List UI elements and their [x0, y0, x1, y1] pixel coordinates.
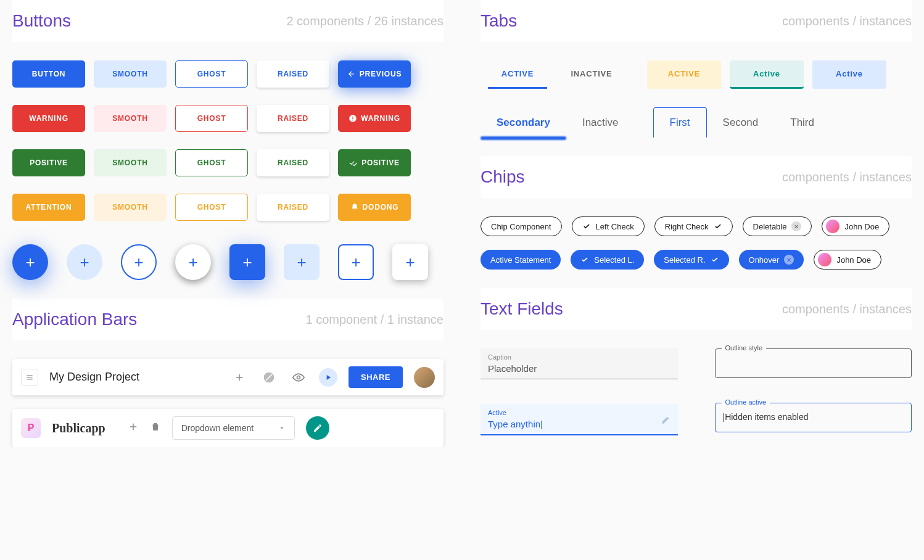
button-blue-smooth[interactable]: SMOOTH [94, 60, 167, 88]
tab-secondary[interactable]: Secondary [481, 108, 566, 138]
button-green-solid[interactable]: POSITIVE [12, 149, 85, 176]
chip-selected-l[interactable]: Selected L. [571, 250, 644, 270]
button-red-warning[interactable]: WARNING [338, 105, 411, 132]
add-icon[interactable] [230, 368, 249, 387]
trash-icon[interactable] [150, 421, 161, 435]
button-red-solid[interactable]: WARNING [12, 105, 85, 132]
tab-second[interactable]: Second [707, 108, 775, 138]
disabled-icon[interactable] [260, 368, 278, 387]
button-green-positive[interactable]: POSITIVE [338, 149, 411, 176]
fab-square-ghost[interactable]: + [338, 244, 374, 280]
fab-square-solid[interactable]: + [229, 244, 265, 280]
tab-teal[interactable]: Active [730, 60, 804, 89]
share-button[interactable]: SHARE [349, 366, 403, 388]
tab-third[interactable]: Third [774, 108, 830, 138]
app-logo: P [21, 418, 41, 438]
chips-meta: components / instances [782, 170, 912, 184]
button-blue-ghost[interactable]: GHOST [175, 60, 248, 88]
textfield-caption: Active [488, 409, 670, 416]
button-amber-smooth[interactable]: SMOOTH [94, 194, 167, 221]
tabs-header: Tabs components / instances [481, 0, 912, 42]
textfield-value: |Hidden items enabled [723, 412, 904, 422]
app-brand: Publicapp [52, 421, 105, 435]
chip-right-check[interactable]: Right Check [654, 216, 733, 236]
tabs-meta: components / instances [782, 14, 912, 28]
fab-circle-ghost[interactable]: + [121, 244, 157, 280]
chip-person-outline[interactable]: John Doe [822, 216, 889, 236]
textfield-legend: Outline style [722, 344, 767, 352]
check-icon [714, 222, 722, 231]
button-amber-ghost[interactable]: GHOST [175, 194, 248, 221]
tab-inactive-2[interactable]: Inactive [566, 108, 635, 138]
edit-icon [661, 414, 672, 425]
appbar-title: My Design Project [49, 371, 139, 384]
fab-circle-solid[interactable]: + [12, 244, 48, 280]
chips-header: Chips components / instances [481, 156, 912, 198]
chip-person-solid[interactable]: John Doe [814, 250, 881, 270]
check-icon [711, 255, 719, 264]
menu-icon[interactable] [21, 369, 38, 386]
textfield-outline-active[interactable]: Outline active |Hidden items enabled [715, 403, 912, 432]
arrow-left-icon [347, 70, 356, 78]
textfield-legend: Outline active [722, 398, 770, 406]
textfields-header: Text Fields components / instances [481, 288, 912, 330]
appbar-1: My Design Project SHARE [12, 359, 443, 395]
appbar-2: P Publicapp Dropdown element [12, 409, 443, 447]
tab-light[interactable]: Active [812, 60, 886, 89]
button-blue-previous[interactable]: PREVIOUS [338, 60, 411, 88]
close-icon[interactable]: ✕ [791, 221, 801, 231]
textfield-filled[interactable]: Caption Placeholder [481, 348, 678, 379]
bell-icon [350, 203, 359, 212]
check-icon [580, 255, 589, 264]
textfields-title: Text Fields [481, 299, 563, 319]
button-red-raised[interactable]: RAISED [257, 105, 329, 132]
tab-first[interactable]: First [653, 107, 707, 138]
chip-selected-r[interactable]: Selected R. [654, 250, 728, 270]
textfield-caption: Caption [488, 353, 670, 361]
fab-square-smooth[interactable]: + [284, 244, 320, 280]
textfield-value: Placeholder [488, 361, 670, 376]
eye-icon[interactable] [289, 368, 308, 387]
user-avatar[interactable] [414, 367, 435, 388]
button-amber-raised[interactable]: RAISED [257, 194, 329, 221]
chip-left-check[interactable]: Left Check [572, 216, 645, 236]
button-green-ghost[interactable]: GHOST [175, 149, 248, 176]
chip-deletable[interactable]: Deletable ✕ [743, 216, 812, 236]
button-green-smooth[interactable]: SMOOTH [94, 149, 167, 176]
button-amber-solid[interactable]: ATTENTION [12, 194, 85, 221]
play-icon[interactable] [319, 368, 337, 387]
tab-inactive[interactable]: INACTIVE [555, 60, 629, 89]
chips-title: Chips [481, 167, 525, 187]
buttons-meta: 2 components / 26 instances [286, 14, 443, 28]
check-all-icon [349, 159, 358, 167]
tab-amber[interactable]: ACTIVE [647, 60, 721, 89]
appbars-meta: 1 component / 1 instance [306, 313, 443, 327]
textfields-meta: components / instances [782, 302, 912, 316]
svg-point-2 [297, 376, 300, 379]
button-green-raised[interactable]: RAISED [257, 149, 329, 176]
avatar-icon [818, 253, 831, 266]
textfield-filled-active[interactable]: Active Type anythin| [481, 404, 678, 435]
edit-fab[interactable] [306, 416, 329, 440]
add-icon-2[interactable] [128, 421, 139, 435]
chip-onhover[interactable]: Onhover ✕ [739, 250, 804, 270]
button-blue-solid[interactable]: BUTTON [12, 60, 85, 88]
chevron-down-icon [278, 424, 286, 432]
button-red-ghost[interactable]: GHOST [175, 105, 248, 132]
chip-active-statement[interactable]: Active Statement [481, 250, 561, 270]
appbars-header: Application Bars 1 component / 1 instanc… [12, 299, 443, 340]
dropdown[interactable]: Dropdown element [172, 416, 295, 440]
fab-circle-smooth[interactable]: + [67, 244, 102, 280]
chip-component[interactable]: Chip Component [481, 216, 562, 236]
button-amber-dodong[interactable]: DODONG [338, 194, 411, 221]
button-red-smooth[interactable]: SMOOTH [94, 105, 167, 132]
check-icon [582, 222, 591, 231]
button-grid: BUTTON SMOOTH GHOST RAISED PREVIOUS WARN… [12, 60, 443, 280]
close-icon[interactable]: ✕ [784, 255, 794, 265]
textfield-outline[interactable]: Outline style [715, 348, 912, 378]
button-blue-raised[interactable]: RAISED [257, 60, 329, 88]
tab-active[interactable]: ACTIVE [481, 60, 555, 89]
fab-circle-raised[interactable]: + [175, 244, 211, 280]
fab-square-raised[interactable]: + [392, 244, 428, 280]
buttons-header: Buttons 2 components / 26 instances [12, 0, 443, 42]
